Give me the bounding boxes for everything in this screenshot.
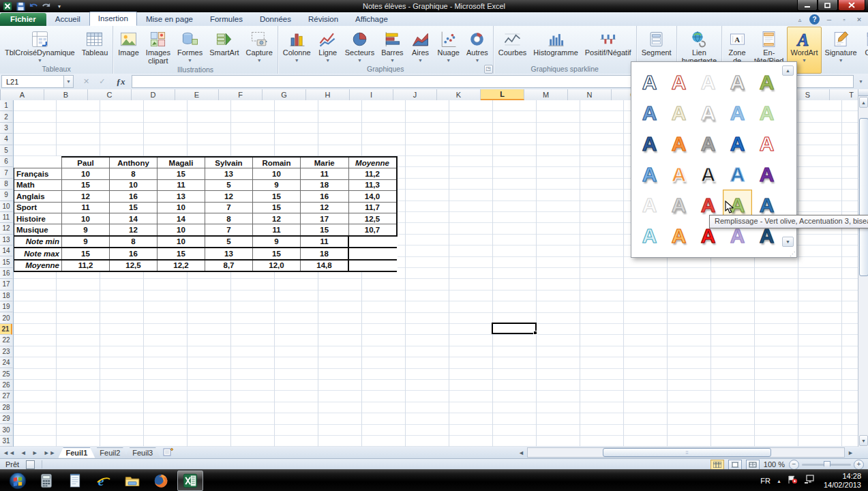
collapse-ribbon-icon[interactable]: ▵ [794,14,805,25]
row-header-31[interactable]: 31 [0,436,13,447]
table-cell[interactable]: 15 [253,202,301,213]
ribbon-button-images-clipart[interactable]: Images clipart [143,27,174,65]
ribbon-button-ligne[interactable]: Ligne▼ [314,27,342,65]
notes-table[interactable]: PaulAnthonyMagaliSylvainRomainMarieMoyen… [13,156,398,272]
tab-r-vision[interactable]: Révision [300,13,346,26]
taskbar-windows-explorer-icon[interactable] [119,470,146,491]
column-header-l[interactable]: L [481,89,524,100]
dropdown-arrow-icon[interactable]: ▼ [295,59,299,63]
hscroll-right-icon[interactable]: ► [845,449,856,456]
subject-label-sport[interactable]: Sport [14,202,62,213]
column-header-f[interactable]: F [219,89,263,100]
ribbon-button-nuage[interactable]: Nuage▼ [434,27,463,65]
student-header-romain[interactable]: Romain [253,157,301,168]
wordart-style-18[interactable]: A [693,159,723,190]
wordart-style-6[interactable]: A [635,98,664,128]
subject-label-math[interactable]: Math [14,179,62,190]
column-header-g[interactable]: G [263,89,306,100]
close-button[interactable] [838,0,865,11]
wordart-style-9[interactable]: A [723,98,752,128]
hscroll-left-icon[interactable]: ◄ [515,449,527,456]
table-cell[interactable]: 12,2 [158,260,205,271]
table-cell[interactable]: 15 [158,248,205,259]
table-cell[interactable]: 9 [62,236,110,248]
table-cell[interactable]: 18 [301,248,349,259]
row-header-10[interactable]: 10 [0,201,13,212]
wordart-style-22[interactable]: A [664,190,693,220]
table-cell[interactable]: 12 [62,191,110,202]
column-header-k[interactable]: K [437,89,481,100]
vertical-scroll-thumb[interactable] [859,118,868,276]
table-cell[interactable]: 10 [253,168,301,179]
sheet-tab-feuil3[interactable]: Feuil3 [125,447,160,458]
network-icon[interactable] [804,475,815,487]
last-sheet-icon[interactable]: ►► [41,449,59,456]
table-cell[interactable]: 14,8 [301,260,349,271]
wordart-style-12[interactable]: A [664,128,693,159]
fill-handle[interactable] [533,331,537,335]
zoom-slider-thumb[interactable] [824,461,830,470]
table-cell[interactable]: 7 [205,224,253,236]
wordart-style-4[interactable]: A [723,67,752,98]
row-header-11[interactable]: 11 [0,212,13,223]
dropdown-arrow-icon[interactable]: ▼ [357,59,362,63]
dropdown-arrow-icon[interactable]: ▼ [839,59,843,63]
page-break-view-button[interactable] [746,460,760,470]
gallery-scroll-up-icon[interactable]: ▲ [782,65,794,76]
table-cell[interactable]: 12 [110,224,158,236]
row-header-1[interactable]: 1 [0,100,13,111]
table-cell[interactable]: 9 [62,224,110,236]
column-header-c[interactable]: C [88,89,132,100]
table-cell[interactable] [348,248,397,259]
column-header-j[interactable]: J [393,89,437,100]
dropdown-arrow-icon[interactable]: ▼ [188,59,192,63]
wordart-style-26[interactable]: A [635,220,664,251]
wordart-style-5[interactable]: A [752,67,781,98]
subject-label-fran-ais[interactable]: Français [14,168,62,179]
table-cell[interactable]: 11,3 [348,179,397,190]
row-header-25[interactable]: 25 [0,368,13,379]
wordart-style-16[interactable]: A [635,159,664,190]
dropdown-arrow-icon[interactable]: ▼ [257,59,262,63]
wordart-style-10[interactable]: A [752,98,781,128]
ribbon-button-formes[interactable]: Formes▼ [174,27,206,65]
first-sheet-icon[interactable]: ◄◄ [0,449,18,456]
gallery-resize-grip[interactable]: ⋰ [790,251,795,257]
restore-button[interactable] [818,0,838,11]
table-cell[interactable]: 10 [158,236,205,248]
ribbon-button-positif-n-gatif[interactable]: Positif/Négatif [582,27,635,65]
zoom-out-icon[interactable]: − [789,460,799,470]
tab-fichier[interactable]: Fichier [0,13,46,26]
row-header-30[interactable]: 30 [0,424,13,435]
dropdown-arrow-icon[interactable]: ▼ [418,59,423,63]
horizontal-scroll-thumb[interactable]: ⁞⁞ [603,448,771,457]
taskbar-excel-icon[interactable] [177,471,203,491]
table-cell[interactable]: 8 [110,168,158,179]
student-header-anthony[interactable]: Anthony [110,157,158,168]
table-cell[interactable]: 18 [301,179,349,190]
taskbar-notepad-icon[interactable] [61,470,89,491]
help-icon[interactable]: ? [809,14,820,25]
table-cell[interactable]: 12,5 [110,260,158,271]
ribbon-button-aires[interactable]: Aires▼ [407,27,434,65]
row-header-13[interactable]: 13 [0,235,13,246]
ribbon-button-image[interactable]: Image [115,27,143,65]
minimize-button[interactable] [797,0,818,11]
wordart-style-21[interactable]: A [635,190,664,220]
tab-affichage[interactable]: Affichage [347,13,396,26]
expand-formula-bar-icon[interactable]: ▾ [856,78,865,85]
row-header-16[interactable]: 16 [0,268,13,279]
ribbon-button-signature[interactable]: Signature▼ [822,27,860,74]
select-all-corner[interactable] [0,89,1,100]
zoom-in-icon[interactable]: + [854,460,864,470]
action-center-icon[interactable] [788,475,798,487]
table-cell[interactable]: 17 [301,213,349,224]
column-header-e[interactable]: E [175,89,219,100]
ribbon-button-segment[interactable]: Segment [638,27,675,65]
table-cell[interactable]: 11 [253,224,301,236]
table-cell[interactable]: 15 [253,191,301,202]
table-cell[interactable]: 16 [110,191,158,202]
row-header-19[interactable]: 19 [0,301,13,312]
table-cell[interactable]: 8,7 [205,260,253,271]
subject-label-musique[interactable]: Musique [14,224,62,236]
